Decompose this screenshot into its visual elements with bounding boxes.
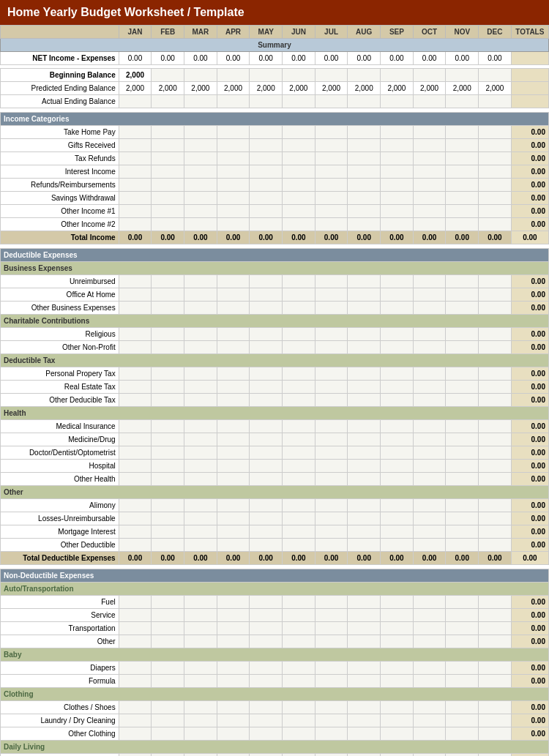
ded-val[interactable]	[315, 446, 348, 460]
beg-balance-val[interactable]	[446, 69, 479, 82]
ded-val[interactable]	[283, 381, 315, 394]
nonded-val[interactable]	[119, 662, 152, 675]
nonded-val[interactable]	[217, 701, 250, 714]
nonded-val[interactable]	[381, 727, 414, 741]
ded-val[interactable]	[413, 446, 446, 460]
ded-val[interactable]	[413, 499, 446, 512]
nonded-val[interactable]	[119, 622, 152, 635]
actual-ending-val[interactable]	[119, 95, 152, 108]
ded-val[interactable]	[446, 473, 479, 486]
ded-val[interactable]	[184, 446, 217, 460]
ded-val[interactable]	[315, 539, 348, 552]
ded-val[interactable]	[446, 499, 479, 512]
beg-balance-val[interactable]	[250, 69, 283, 82]
nonded-val[interactable]	[348, 609, 381, 622]
ded-val[interactable]	[250, 460, 283, 473]
ded-val[interactable]	[446, 302, 479, 315]
net-income-val[interactable]: 0.00	[250, 52, 283, 65]
income-val[interactable]	[413, 152, 446, 165]
ded-val[interactable]	[184, 420, 217, 433]
nonded-val[interactable]	[446, 701, 479, 714]
ded-val[interactable]	[446, 433, 479, 446]
ded-val[interactable]	[119, 460, 152, 473]
income-val[interactable]	[217, 152, 250, 165]
ded-val[interactable]	[152, 512, 184, 525]
ded-val[interactable]	[184, 302, 217, 315]
nonded-val[interactable]	[446, 596, 479, 609]
income-val[interactable]	[119, 139, 152, 152]
ded-val[interactable]	[152, 539, 184, 552]
ded-val[interactable]	[315, 367, 348, 381]
ded-val[interactable]	[283, 420, 315, 433]
income-val[interactable]	[217, 179, 250, 192]
nonded-val[interactable]	[152, 622, 184, 635]
ded-val[interactable]	[413, 367, 446, 381]
nonded-val[interactable]	[250, 662, 283, 675]
ded-val[interactable]	[446, 460, 479, 473]
ded-val[interactable]	[413, 341, 446, 354]
ded-val[interactable]	[315, 433, 348, 446]
income-val[interactable]	[250, 139, 283, 152]
income-val[interactable]	[348, 165, 381, 179]
income-val[interactable]	[283, 126, 315, 139]
nonded-val[interactable]	[413, 662, 446, 675]
ded-val[interactable]	[152, 394, 184, 407]
ded-val[interactable]	[250, 525, 283, 539]
income-val[interactable]	[446, 126, 479, 139]
income-val[interactable]	[479, 179, 512, 192]
ded-val[interactable]	[479, 446, 512, 460]
ded-val[interactable]	[184, 288, 217, 302]
beg-balance-val[interactable]	[413, 69, 446, 82]
nonded-val[interactable]	[348, 701, 381, 714]
ded-val[interactable]	[283, 473, 315, 486]
ded-val[interactable]	[348, 446, 381, 460]
income-val[interactable]	[184, 139, 217, 152]
ded-val[interactable]	[152, 525, 184, 539]
ded-val[interactable]	[283, 446, 315, 460]
ded-val[interactable]	[446, 367, 479, 381]
nonded-val[interactable]	[152, 662, 184, 675]
ded-val[interactable]	[217, 473, 250, 486]
income-val[interactable]	[479, 165, 512, 179]
actual-ending-val[interactable]	[315, 95, 348, 108]
actual-ending-val[interactable]	[217, 95, 250, 108]
nonded-val[interactable]	[250, 701, 283, 714]
nonded-val[interactable]	[217, 635, 250, 648]
ded-val[interactable]	[250, 367, 283, 381]
beg-balance-val[interactable]	[184, 69, 217, 82]
ded-val[interactable]	[152, 446, 184, 460]
ded-val[interactable]	[479, 275, 512, 288]
nonded-val[interactable]	[119, 714, 152, 727]
nonded-val[interactable]	[348, 675, 381, 688]
ded-val[interactable]	[479, 539, 512, 552]
beg-balance-val[interactable]	[283, 69, 315, 82]
ded-val[interactable]	[446, 420, 479, 433]
beg-balance-val[interactable]	[479, 69, 512, 82]
ded-val[interactable]	[184, 512, 217, 525]
ded-val[interactable]	[413, 512, 446, 525]
ded-val[interactable]	[119, 381, 152, 394]
nonded-val[interactable]	[315, 714, 348, 727]
nonded-val[interactable]	[217, 609, 250, 622]
ded-val[interactable]	[381, 460, 414, 473]
actual-ending-val[interactable]	[283, 95, 315, 108]
income-val[interactable]	[250, 179, 283, 192]
ded-val[interactable]	[348, 394, 381, 407]
nonded-val[interactable]	[184, 675, 217, 688]
ded-val[interactable]	[348, 341, 381, 354]
ded-val[interactable]	[119, 539, 152, 552]
ded-val[interactable]	[413, 275, 446, 288]
ded-val[interactable]	[152, 328, 184, 341]
income-val[interactable]	[413, 192, 446, 205]
ded-val[interactable]	[381, 499, 414, 512]
ded-val[interactable]	[119, 288, 152, 302]
ded-val[interactable]	[119, 394, 152, 407]
income-val[interactable]	[413, 126, 446, 139]
nonded-val[interactable]	[184, 754, 217, 757]
nonded-val[interactable]	[119, 754, 152, 757]
income-val[interactable]	[479, 218, 512, 231]
ded-val[interactable]	[381, 473, 414, 486]
nonded-val[interactable]	[315, 635, 348, 648]
ded-val[interactable]	[119, 302, 152, 315]
nonded-val[interactable]	[413, 714, 446, 727]
